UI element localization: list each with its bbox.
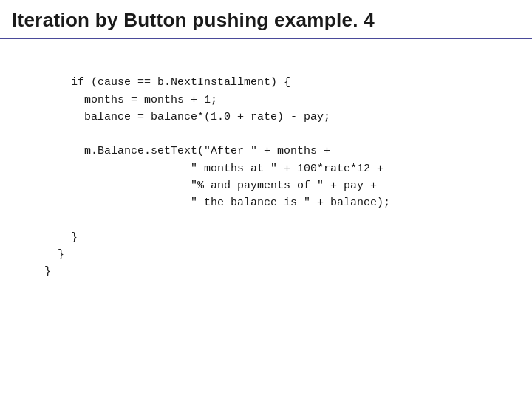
code-line-5: " months at " + 100*rate*12 + <box>44 163 383 175</box>
code-block: if (cause == b.NextInstallment) { months… <box>44 57 520 298</box>
page-title: Iteration by Button pushing example. 4 <box>12 9 375 31</box>
code-line-7: " the balance is " + balance); <box>44 197 390 209</box>
code-line-6: "% and payments of " + pay + <box>44 180 377 192</box>
code-line-4: m.Balance.setText("After " + months + <box>44 145 330 157</box>
code-line-9: } <box>44 248 64 261</box>
code-line-10: } <box>44 265 51 278</box>
header: Iteration by Button pushing example. 4 <box>0 0 532 39</box>
page-container: Iteration by Button pushing example. 4 i… <box>0 0 532 399</box>
code-area: if (cause == b.NextInstallment) { months… <box>0 39 532 399</box>
code-line-2: months = months + 1; <box>44 94 217 106</box>
code-line-1: if (cause == b.NextInstallment) { <box>44 76 290 89</box>
code-line-8: } <box>44 231 78 244</box>
code-line-3: balance = balance*(1.0 + rate) - pay; <box>44 111 330 123</box>
